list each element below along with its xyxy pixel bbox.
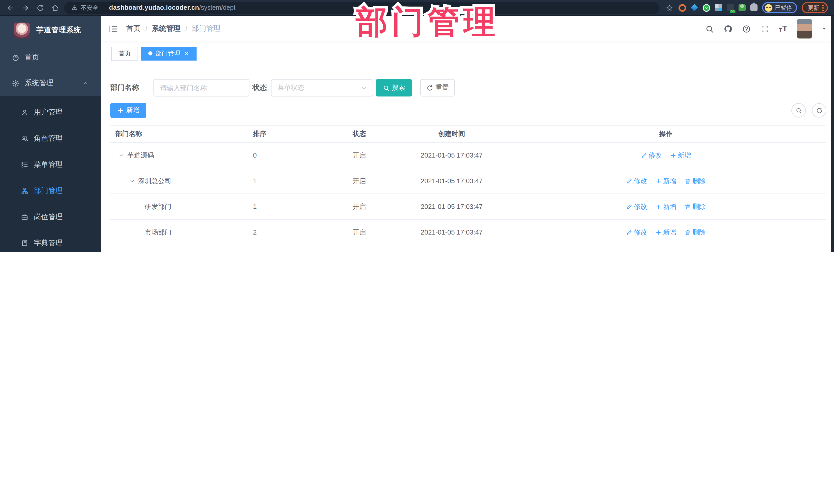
search-button[interactable]: 搜索: [376, 79, 412, 96]
sidebar-item-user[interactable]: 用户管理: [0, 99, 101, 125]
show-search-button[interactable]: [791, 103, 806, 117]
dept-table: 部门名称 排序 状态 创建时间 操作 芋道源码 0 开启 2021-01-05 …: [110, 125, 826, 252]
sidebar-item-system[interactable]: 系统管理: [0, 70, 101, 96]
status-cell: 开启: [321, 176, 398, 185]
plus-icon: [117, 107, 124, 114]
home-icon[interactable]: [50, 3, 60, 13]
reset-button[interactable]: 重置: [420, 79, 455, 96]
tab-home[interactable]: 首页: [111, 46, 138, 60]
back-icon[interactable]: [5, 3, 15, 13]
scrollbar[interactable]: [831, 16, 834, 252]
ext-grid-icon[interactable]: [715, 4, 722, 11]
row-action-add[interactable]: 新增: [655, 176, 676, 185]
search-button-label: 搜索: [392, 83, 405, 92]
font-size-icon[interactable]: TT: [779, 25, 787, 33]
row-action-delete[interactable]: 删除: [685, 202, 706, 211]
browser-nav-buttons: [0, 3, 64, 13]
sidebar-item-post[interactable]: 岗位管理: [0, 204, 101, 230]
ext-green-icon[interactable]: v: [703, 4, 710, 12]
main-area: 首页 / 系统管理 / 部门管理 TT 首页: [101, 16, 834, 252]
sidebar-item-dept[interactable]: 部门管理: [0, 178, 101, 204]
sidebar-item-dict[interactable]: 字典管理: [0, 230, 101, 252]
sidebar-item-home[interactable]: 首页: [0, 45, 101, 70]
ext-onoff-icon[interactable]: [727, 4, 734, 11]
breadcrumb-home[interactable]: 首页: [126, 24, 140, 34]
caret-down-icon[interactable]: [822, 26, 827, 31]
url-path: /system/dept: [199, 4, 236, 11]
browser-toolbar: 不安全 dashboard.yudao.iocoder.cn /system/d…: [0, 0, 834, 16]
expand-chevron-icon[interactable]: [129, 178, 135, 184]
status-cell: 开启: [321, 202, 398, 211]
roles-icon: [21, 135, 34, 142]
row-action-edit[interactable]: 修改: [626, 176, 647, 185]
sidebar-submenu: 用户管理 角色管理 菜单管理 部门管理 岗位管理 字典管理 通知公告 审计日志 …: [0, 96, 101, 252]
dept-name-cell: 市场部门: [145, 227, 171, 237]
browser-update-button[interactable]: 更新: [802, 2, 828, 13]
ext-blue-icon[interactable]: [691, 4, 698, 11]
search-icon[interactable]: [705, 24, 714, 33]
tags-view-bar: 首页 部门管理: [101, 42, 834, 64]
dept-name-cell: 研发部门: [145, 202, 171, 211]
browser-menu-dots-icon[interactable]: [822, 4, 824, 11]
bookmark-star-icon[interactable]: [665, 3, 674, 12]
row-action-delete[interactable]: 删除: [685, 176, 706, 185]
sidebar-item-menu[interactable]: 菜单管理: [0, 151, 101, 178]
chevron-icon: [83, 80, 89, 86]
row-action-edit[interactable]: 修改: [626, 227, 647, 237]
security-label: 不安全: [81, 4, 98, 12]
edit-icon: [641, 152, 647, 158]
search-form: 部门名称 状态 菜单状态 搜索 重置: [110, 79, 826, 96]
fullscreen-icon[interactable]: [761, 24, 769, 33]
row-action-edit[interactable]: 修改: [626, 202, 647, 211]
plus-icon: [655, 203, 662, 210]
ext-orange-icon[interactable]: [679, 4, 686, 12]
add-button[interactable]: 新增: [110, 103, 146, 118]
edit-icon: [626, 229, 632, 235]
sidebar-menu: 首页 系统管理 用户管理 角色管理 菜单管理 部门管理 岗位管理 字典管理 通知…: [0, 45, 101, 252]
top-navbar: 首页 / 系统管理 / 部门管理 TT: [101, 16, 834, 42]
row-action-delete[interactable]: 删除: [685, 227, 706, 237]
status-select[interactable]: 菜单状态: [271, 79, 373, 96]
status-cell: 开启: [321, 227, 398, 237]
breadcrumb-system[interactable]: 系统管理: [152, 24, 181, 34]
url-host: dashboard.yudao.iocoder.cn: [109, 4, 199, 11]
url-separator: [104, 4, 104, 11]
sidebar-item-role[interactable]: 角色管理: [0, 125, 101, 151]
created-cell: 2021-01-05 17:03:47: [398, 228, 506, 236]
dept-name-cell: 芋道源码: [127, 151, 154, 160]
profile-paused-chip[interactable]: 已暂停: [762, 2, 797, 13]
app-logo-row[interactable]: 芋道管理系统: [0, 16, 101, 45]
forward-icon[interactable]: [20, 3, 30, 13]
security-warning-icon[interactable]: [71, 5, 78, 11]
app-title: 芋道管理系统: [37, 26, 81, 35]
post-badge-icon: [21, 213, 34, 220]
add-button-label: 新增: [126, 106, 139, 115]
reload-icon[interactable]: [35, 3, 45, 13]
table-tools: [791, 103, 826, 117]
github-icon[interactable]: [724, 24, 732, 33]
dept-name-input[interactable]: [153, 79, 249, 96]
help-icon[interactable]: [742, 24, 751, 33]
row-action-add[interactable]: 新增: [670, 151, 691, 160]
close-icon[interactable]: [184, 50, 190, 56]
navbar-right-icons: TT: [705, 19, 827, 39]
refresh-table-button[interactable]: [812, 103, 826, 117]
extensions-puzzle-icon[interactable]: [750, 4, 758, 11]
address-bar[interactable]: 不安全 dashboard.yudao.iocoder.cn /system/d…: [64, 2, 659, 14]
expand-chevron-icon[interactable]: [118, 152, 125, 159]
row-action-edit[interactable]: 修改: [641, 151, 662, 160]
hamburger-icon[interactable]: [108, 24, 118, 34]
col-header-order: 排序: [234, 129, 321, 138]
row-action-add[interactable]: 新增: [655, 202, 676, 211]
tab-dept-active[interactable]: 部门管理: [141, 46, 197, 60]
order-cell: 1: [234, 177, 321, 185]
sidebar: 芋道管理系统 首页 系统管理 用户管理 角色管理 菜单管理 部门管理 岗位管理 …: [0, 16, 101, 252]
table-row: 芋道源码 0 开启 2021-01-05 17:03:47 修改新增: [110, 143, 826, 168]
avatar[interactable]: [797, 19, 812, 39]
actions-cell: 修改新增: [506, 151, 826, 160]
page: 不安全 dashboard.yudao.iocoder.cn /system/d…: [0, 0, 834, 252]
row-action-add[interactable]: 新增: [655, 227, 676, 237]
dashboard-icon: [12, 53, 25, 61]
breadcrumb-separator: /: [145, 25, 147, 33]
ext-person-icon[interactable]: [739, 4, 746, 11]
